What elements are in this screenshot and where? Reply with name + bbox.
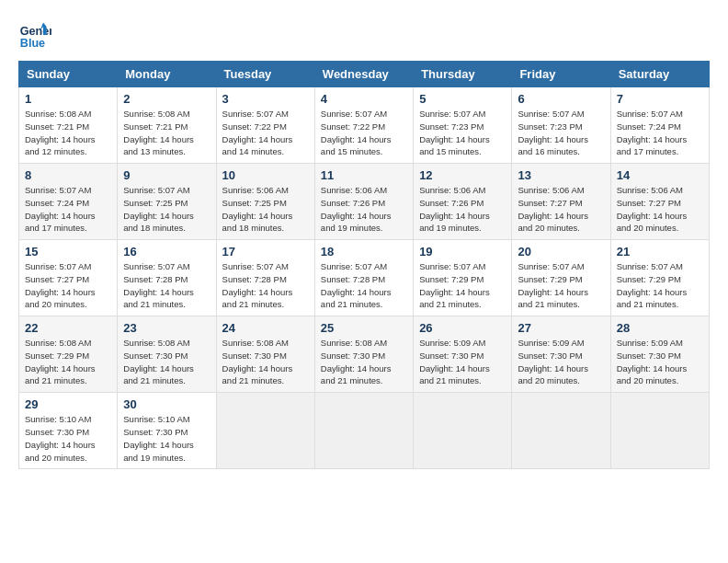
calendar-cell-11: 11 Sunrise: 5:06 AM Sunset: 7:26 PM Dayl… <box>314 164 413 240</box>
day-number: 29 <box>25 397 111 411</box>
cell-info: Sunrise: 5:07 AM Sunset: 7:22 PM Dayligh… <box>222 108 309 158</box>
calendar-cell-2: 2 Sunrise: 5:08 AM Sunset: 7:21 PM Dayli… <box>118 87 216 164</box>
cell-info: Sunrise: 5:06 AM Sunset: 7:26 PM Dayligh… <box>419 184 506 235</box>
cell-info: Sunrise: 5:08 AM Sunset: 7:29 PM Dayligh… <box>25 337 111 387</box>
calendar-week-2: 8 Sunrise: 5:07 AM Sunset: 7:24 PM Dayli… <box>19 164 710 240</box>
cell-info: Sunrise: 5:08 AM Sunset: 7:30 PM Dayligh… <box>222 337 309 387</box>
day-number: 19 <box>419 245 506 259</box>
cell-info: Sunrise: 5:07 AM Sunset: 7:28 PM Dayligh… <box>222 260 309 311</box>
calendar-cell-9: 9 Sunrise: 5:07 AM Sunset: 7:25 PM Dayli… <box>118 164 216 240</box>
day-header-saturday: Saturday <box>610 62 709 87</box>
calendar-cell-14: 14 Sunrise: 5:06 AM Sunset: 7:27 PM Dayl… <box>610 164 709 240</box>
calendar-header-row: SundayMondayTuesdayWednesdayThursdayFrid… <box>19 62 710 87</box>
calendar-cell-18: 18 Sunrise: 5:07 AM Sunset: 7:28 PM Dayl… <box>314 240 413 316</box>
calendar-cell-12: 12 Sunrise: 5:06 AM Sunset: 7:26 PM Dayl… <box>414 164 512 240</box>
cell-info: Sunrise: 5:07 AM Sunset: 7:23 PM Dayligh… <box>518 108 604 158</box>
calendar-cell-5: 5 Sunrise: 5:07 AM Sunset: 7:23 PM Dayli… <box>414 87 512 164</box>
day-header-thursday: Thursday <box>414 62 512 87</box>
cell-info: Sunrise: 5:06 AM Sunset: 7:25 PM Dayligh… <box>222 184 309 235</box>
svg-text:Blue: Blue <box>20 37 45 50</box>
cell-info: Sunrise: 5:10 AM Sunset: 7:30 PM Dayligh… <box>123 413 210 464</box>
calendar-cell-25: 25 Sunrise: 5:08 AM Sunset: 7:30 PM Dayl… <box>314 316 413 393</box>
day-number: 2 <box>123 92 210 106</box>
day-number: 25 <box>321 321 407 335</box>
day-number: 23 <box>123 321 210 335</box>
cell-info: Sunrise: 5:08 AM Sunset: 7:30 PM Dayligh… <box>321 337 407 387</box>
calendar-cell-29: 29 Sunrise: 5:10 AM Sunset: 7:30 PM Dayl… <box>19 393 118 469</box>
cell-info: Sunrise: 5:08 AM Sunset: 7:21 PM Dayligh… <box>123 108 210 158</box>
calendar-cell-empty <box>512 393 610 469</box>
cell-info: Sunrise: 5:07 AM Sunset: 7:24 PM Dayligh… <box>617 108 703 158</box>
calendar-cell-3: 3 Sunrise: 5:07 AM Sunset: 7:22 PM Dayli… <box>216 87 314 164</box>
calendar-cell-empty <box>216 393 314 469</box>
logo: General Blue <box>18 18 55 52</box>
day-number: 3 <box>222 92 309 106</box>
cell-info: Sunrise: 5:09 AM Sunset: 7:30 PM Dayligh… <box>518 337 604 387</box>
day-number: 30 <box>123 397 210 411</box>
page-header: General Blue <box>18 18 710 52</box>
day-number: 22 <box>25 321 111 335</box>
day-number: 6 <box>518 92 604 106</box>
calendar-cell-15: 15 Sunrise: 5:07 AM Sunset: 7:27 PM Dayl… <box>19 240 118 316</box>
calendar-week-1: 1 Sunrise: 5:08 AM Sunset: 7:21 PM Dayli… <box>19 87 710 164</box>
calendar-cell-1: 1 Sunrise: 5:08 AM Sunset: 7:21 PM Dayli… <box>19 87 118 164</box>
day-number: 24 <box>222 321 309 335</box>
cell-info: Sunrise: 5:07 AM Sunset: 7:22 PM Dayligh… <box>321 108 407 158</box>
calendar-cell-30: 30 Sunrise: 5:10 AM Sunset: 7:30 PM Dayl… <box>118 393 216 469</box>
calendar-cell-21: 21 Sunrise: 5:07 AM Sunset: 7:29 PM Dayl… <box>610 240 709 316</box>
calendar-table: SundayMondayTuesdayWednesdayThursdayFrid… <box>18 61 710 469</box>
day-header-wednesday: Wednesday <box>314 62 413 87</box>
cell-info: Sunrise: 5:06 AM Sunset: 7:27 PM Dayligh… <box>617 184 703 235</box>
day-number: 18 <box>321 245 407 259</box>
calendar-cell-empty <box>314 393 413 469</box>
day-number: 17 <box>222 245 309 259</box>
calendar-cell-23: 23 Sunrise: 5:08 AM Sunset: 7:30 PM Dayl… <box>118 316 216 393</box>
cell-info: Sunrise: 5:07 AM Sunset: 7:29 PM Dayligh… <box>419 260 506 311</box>
calendar-week-3: 15 Sunrise: 5:07 AM Sunset: 7:27 PM Dayl… <box>19 240 710 316</box>
day-number: 27 <box>518 321 604 335</box>
cell-info: Sunrise: 5:07 AM Sunset: 7:29 PM Dayligh… <box>518 260 604 311</box>
day-number: 16 <box>123 245 210 259</box>
cell-info: Sunrise: 5:07 AM Sunset: 7:23 PM Dayligh… <box>419 108 506 158</box>
calendar-cell-8: 8 Sunrise: 5:07 AM Sunset: 7:24 PM Dayli… <box>19 164 118 240</box>
day-number: 1 <box>25 92 111 106</box>
calendar-cell-6: 6 Sunrise: 5:07 AM Sunset: 7:23 PM Dayli… <box>512 87 610 164</box>
day-number: 26 <box>419 321 506 335</box>
calendar-week-5: 29 Sunrise: 5:10 AM Sunset: 7:30 PM Dayl… <box>19 393 710 469</box>
calendar-cell-19: 19 Sunrise: 5:07 AM Sunset: 7:29 PM Dayl… <box>414 240 512 316</box>
cell-info: Sunrise: 5:07 AM Sunset: 7:29 PM Dayligh… <box>617 260 703 311</box>
calendar-cell-28: 28 Sunrise: 5:09 AM Sunset: 7:30 PM Dayl… <box>610 316 709 393</box>
cell-info: Sunrise: 5:09 AM Sunset: 7:30 PM Dayligh… <box>419 337 506 387</box>
cell-info: Sunrise: 5:10 AM Sunset: 7:30 PM Dayligh… <box>25 413 111 464</box>
day-number: 8 <box>25 168 111 182</box>
day-number: 5 <box>419 92 506 106</box>
day-number: 15 <box>25 245 111 259</box>
day-header-tuesday: Tuesday <box>216 62 314 87</box>
calendar-cell-4: 4 Sunrise: 5:07 AM Sunset: 7:22 PM Dayli… <box>314 87 413 164</box>
logo-icon: General Blue <box>18 18 51 52</box>
day-header-monday: Monday <box>118 62 216 87</box>
calendar-cell-empty <box>414 393 512 469</box>
calendar-week-4: 22 Sunrise: 5:08 AM Sunset: 7:29 PM Dayl… <box>19 316 710 393</box>
day-number: 11 <box>321 168 407 182</box>
cell-info: Sunrise: 5:07 AM Sunset: 7:24 PM Dayligh… <box>25 184 111 235</box>
day-number: 7 <box>617 92 703 106</box>
day-number: 28 <box>617 321 703 335</box>
calendar-cell-20: 20 Sunrise: 5:07 AM Sunset: 7:29 PM Dayl… <box>512 240 610 316</box>
calendar-cell-10: 10 Sunrise: 5:06 AM Sunset: 7:25 PM Dayl… <box>216 164 314 240</box>
day-number: 13 <box>518 168 604 182</box>
day-number: 9 <box>123 168 210 182</box>
day-number: 12 <box>419 168 506 182</box>
day-number: 21 <box>617 245 703 259</box>
calendar-cell-24: 24 Sunrise: 5:08 AM Sunset: 7:30 PM Dayl… <box>216 316 314 393</box>
cell-info: Sunrise: 5:07 AM Sunset: 7:25 PM Dayligh… <box>123 184 210 235</box>
cell-info: Sunrise: 5:06 AM Sunset: 7:26 PM Dayligh… <box>321 184 407 235</box>
calendar-cell-empty <box>610 393 709 469</box>
calendar-cell-17: 17 Sunrise: 5:07 AM Sunset: 7:28 PM Dayl… <box>216 240 314 316</box>
day-number: 14 <box>617 168 703 182</box>
day-header-friday: Friday <box>512 62 610 87</box>
cell-info: Sunrise: 5:07 AM Sunset: 7:28 PM Dayligh… <box>321 260 407 311</box>
day-number: 20 <box>518 245 604 259</box>
day-number: 4 <box>321 92 407 106</box>
cell-info: Sunrise: 5:08 AM Sunset: 7:30 PM Dayligh… <box>123 337 210 387</box>
